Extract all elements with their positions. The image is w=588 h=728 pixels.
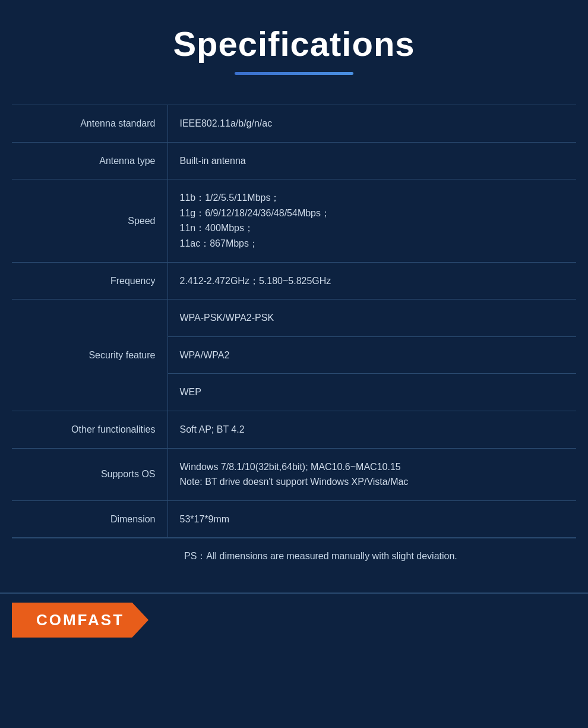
- value-line: 11n：400Mbps；: [180, 220, 565, 236]
- title-underline: [235, 72, 353, 75]
- table-section: Antenna standardIEEE802.11a/b/g/n/acAnte…: [0, 93, 588, 581]
- ps-note: PS：All dimensions are measured manually …: [12, 538, 576, 575]
- value-line: Note: BT drive doesn't support Windows X…: [180, 474, 565, 490]
- page-wrapper: Specifications Antenna standardIEEE802.1…: [0, 0, 588, 646]
- specs-table: Antenna standardIEEE802.11a/b/g/n/acAnte…: [12, 105, 576, 538]
- header-section: Specifications: [0, 0, 588, 93]
- row-value: Soft AP; BT 4.2: [167, 411, 576, 448]
- row-value: WPA/WPA2: [167, 336, 576, 374]
- table-row: Other functionalitiesSoft AP; BT 4.2: [12, 411, 576, 448]
- row-label: Frequency: [12, 262, 167, 300]
- row-value: 53*17*9mm: [167, 500, 576, 538]
- page-title: Specifications: [12, 24, 576, 64]
- row-value: WEP: [167, 374, 576, 411]
- row-value: Windows 7/8.1/10(32bit,64bit); MAC10.6~M…: [167, 448, 576, 500]
- table-row: Dimension53*17*9mm: [12, 500, 576, 538]
- row-label: Speed: [12, 179, 167, 262]
- row-label: Security feature: [12, 300, 167, 411]
- brand-text: COMFAST: [36, 611, 124, 629]
- row-label: Dimension: [12, 500, 167, 538]
- brand-logo: COMFAST: [12, 603, 148, 638]
- footer-section: COMFAST: [0, 593, 588, 646]
- table-row: Speed11b：1/2/5.5/11Mbps；11g：6/9/12/18/24…: [12, 179, 576, 262]
- table-row: Frequency2.412-2.472GHz；5.180~5.825GHz: [12, 262, 576, 300]
- table-row: Antenna typeBuilt-in antenna: [12, 142, 576, 179]
- value-line: 11ac：867Mbps；: [180, 236, 565, 251]
- value-line: 11b：1/2/5.5/11Mbps；: [180, 190, 565, 206]
- row-label: Other functionalities: [12, 411, 167, 448]
- table-row: Supports OSWindows 7/8.1/10(32bit,64bit)…: [12, 448, 576, 500]
- row-label: Supports OS: [12, 448, 167, 500]
- row-value: IEEE802.11a/b/g/n/ac: [167, 105, 576, 143]
- table-row: Antenna standardIEEE802.11a/b/g/n/ac: [12, 105, 576, 143]
- row-label: Antenna standard: [12, 105, 167, 143]
- value-line: Windows 7/8.1/10(32bit,64bit); MAC10.6~M…: [180, 459, 565, 475]
- row-value: Built-in antenna: [167, 142, 576, 179]
- row-value: 2.412-2.472GHz；5.180~5.825GHz: [167, 262, 576, 300]
- value-line: 11g：6/9/12/18/24/36/48/54Mbps；: [180, 206, 565, 221]
- table-row: Security featureWPA-PSK/WPA2-PSK: [12, 300, 576, 337]
- row-label: Antenna type: [12, 142, 167, 179]
- row-value: 11b：1/2/5.5/11Mbps；11g：6/9/12/18/24/36/4…: [167, 179, 576, 262]
- row-value: WPA-PSK/WPA2-PSK: [167, 300, 576, 337]
